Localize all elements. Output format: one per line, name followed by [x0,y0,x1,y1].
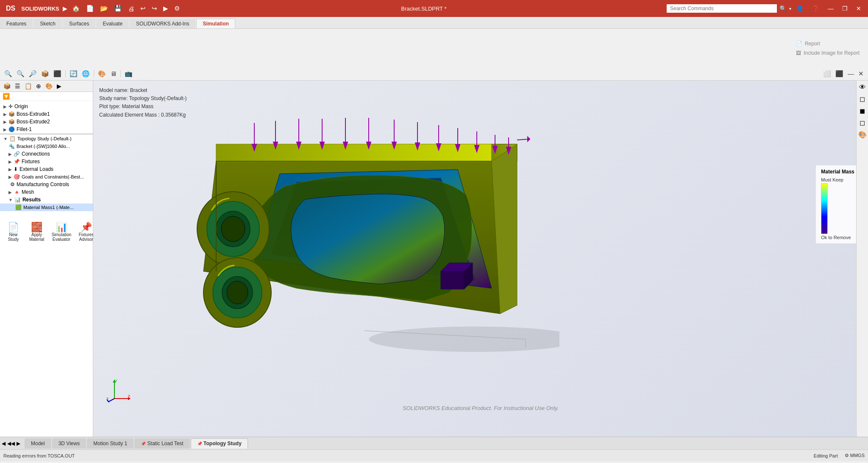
svg-text:Z: Z [106,397,108,401]
title-bar-right: 🔍 ▾ 👤 ❓ — ❐ ✕ [667,3,865,14]
ribbon-content: 📄 Report 🖼 Include Image for Report 📄 Ne… [0,29,868,67]
svg-text:X: X [128,394,131,398]
units-icon: ⚙ [845,453,849,458]
vp-minimize-icon[interactable]: — [846,69,856,78]
new-study-icon: 📄 [8,223,19,232]
sim-eval-label: SimulationEvaluator [52,232,72,242]
sim-eval-icon: 📊 [56,223,67,232]
svg-marker-4 [216,144,517,161]
minimize-button[interactable]: — [824,3,837,14]
rmt-view4-icon[interactable]: ◻ [858,117,866,128]
study-name-row: Study name: Topology Study(-Default-) [99,95,187,103]
apply-material-button[interactable]: 🧱 ApplyMaterial [25,2,48,462]
svg-line-55 [108,399,114,402]
editing-status: Editing Part [814,453,838,458]
plot-type-row: Plot type: Material Mass [99,103,187,111]
right-mini-toolbar: 👁 ◻ ◼ ◻ 🎨 [856,81,868,437]
apply-material-icon: 🧱 [31,223,42,232]
svg-marker-48 [528,137,530,141]
legend-ok-remove: Ok to Remove [821,235,854,240]
element-mass-row: Calculated Element Mass : 0.35687Kg [99,111,187,119]
legend-title: Material Mass [821,169,854,175]
report-icon: 📄 [796,41,802,47]
rmt-view5-icon[interactable]: 🎨 [857,129,868,140]
model-info: Model name: Bracket Study name: Topology… [99,86,187,119]
help-icon[interactable]: ❓ [809,3,823,14]
model-name-row: Model name: Bracket [99,86,187,95]
svg-point-17 [227,281,248,304]
viewport: Model name: Bracket Study name: Topology… [93,81,868,437]
close-button[interactable]: ✕ [853,3,865,14]
rmt-view3-icon[interactable]: ◼ [858,106,866,116]
vp-expand-icon[interactable]: ⬜ [821,69,833,78]
plot-type-val: Material Mass [122,103,153,109]
axes-indicator: Y X Z [106,377,131,403]
units-indicator: ⚙ MMGS [845,453,865,458]
report-label: Report [805,41,820,47]
include-image-label: Include Image for Report [804,50,860,56]
fixtures-label: FixturesAdvisor [79,232,94,242]
file-title: Bracket.SLDPRT * [401,6,446,12]
bracket-3d-model [178,102,559,365]
vp-contract-icon[interactable]: ⬛ [834,69,845,78]
rmt-view-icon[interactable]: 👁 [858,82,867,92]
watermark: SOLIDWORKS Educational Product. For Inst… [403,405,559,411]
model-name-val: Bracket [130,87,147,93]
color-swatch [821,183,828,234]
restore-button[interactable]: ❐ [839,3,851,14]
svg-text:Y: Y [115,379,118,382]
search-input[interactable] [667,4,777,13]
rmt-view2-icon[interactable]: ◻ [858,94,866,104]
account-icon[interactable]: 👤 [793,3,807,14]
study-name-val: Topology Study(-Default-) [129,95,187,101]
new-study-button[interactable]: 📄 NewStudy [2,2,25,462]
model-name-lbl: Model name: [99,87,128,93]
study-name-lbl: Study name: [99,95,128,101]
legend-must-keep: Must Keep [821,177,854,182]
color-legend: Material Mass Must Keep Ok to Remove [816,165,860,243]
simulation-evaluator-button[interactable]: 📊 SimulationEvaluator [48,2,75,462]
plot-type-lbl: Plot type: [99,103,120,109]
legend-bar [821,183,854,234]
fixtures-icon: 📌 [81,223,92,232]
new-study-label: NewStudy [8,232,19,242]
svg-rect-18 [441,271,464,289]
include-image-button: 🖼 Include Image for Report [793,49,863,57]
svg-point-0 [369,326,559,352]
vp-close-icon[interactable]: ✕ [857,69,865,78]
image-icon: 🖼 [796,50,801,56]
svg-point-13 [221,216,245,242]
search-icon[interactable]: 🔍 [779,4,787,13]
apply-material-label: ApplyMaterial [29,232,45,242]
report-button: 📄 Report [793,40,863,47]
element-mass-lbl: Calculated Element Mass : [99,112,160,118]
search-dropdown-icon[interactable]: ▾ [789,6,791,11]
